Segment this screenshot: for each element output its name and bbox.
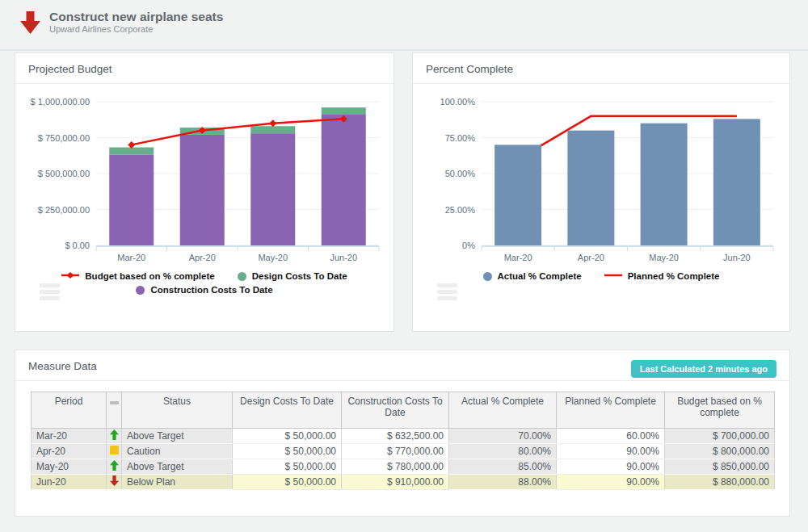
page-subtitle: Upward Airlines Corporate [49, 24, 223, 34]
minus-icon [110, 401, 119, 404]
svg-text:100.00%: 100.00% [440, 97, 476, 107]
cell-construction: $ 910,000.00 [342, 475, 449, 490]
cell-status: Caution [122, 444, 233, 459]
up-arrow-icon [107, 429, 122, 444]
cell-planned: 60.00% [557, 429, 665, 444]
page-title: Construct new airplane seats [49, 9, 223, 24]
projected-budget-legend: Budget based on % completeDesign Costs T… [15, 270, 393, 295]
svg-text:0%: 0% [462, 241, 475, 250]
cell-construction: $ 770,000.00 [342, 444, 449, 459]
legend-item[interactable]: Budget based on % complete [61, 271, 214, 281]
svg-text:25.00%: 25.00% [445, 205, 476, 215]
cell-budget: $ 880,000.00 [665, 475, 775, 490]
svg-text:50.00%: 50.00% [445, 169, 476, 178]
last-calculated-badge: Last Calculated 2 minutes ago [631, 360, 776, 378]
cell-period: Mar-20 [32, 429, 107, 444]
caution-icon [107, 444, 122, 459]
table-row: May-20Above Target$ 50,000.00$ 780,000.0… [32, 459, 775, 475]
cell-actual: 80.00% [449, 444, 557, 459]
svg-text:Jun-20: Jun-20 [723, 253, 751, 262]
legend-item[interactable]: Construction Costs To Date [136, 285, 272, 295]
chart-menu-icon[interactable] [40, 283, 60, 300]
up-arrow-icon [107, 459, 122, 475]
cell-period: Jun-20 [32, 475, 107, 490]
column-header-period[interactable]: Period [32, 392, 107, 429]
cell-actual: 88.00% [449, 475, 557, 490]
chart-menu-icon[interactable] [437, 283, 457, 300]
legend-item[interactable]: Actual % Complete [483, 271, 582, 281]
svg-text:Apr-20: Apr-20 [578, 253, 604, 262]
cell-construction: $ 780,000.00 [342, 459, 449, 475]
cell-status: Above Target [122, 429, 233, 444]
cell-planned: 90.00% [557, 459, 665, 475]
column-header-actual[interactable]: Actual % Complete [449, 392, 557, 429]
percent-complete-legend: Actual % CompletePlanned % Complete [413, 270, 789, 281]
legend-label: Planned % Complete [628, 271, 720, 281]
svg-text:Jun-20: Jun-20 [330, 253, 357, 262]
legend-circle-icon [483, 272, 492, 281]
table-header-row: PeriodStatusDesign Costs To DateConstruc… [32, 392, 775, 429]
svg-text:$ 1,000,000.00: $ 1,000,000.00 [31, 97, 90, 107]
cell-design: $ 50,000.00 [233, 475, 342, 490]
cell-design: $ 50,000.00 [233, 429, 342, 444]
legend-label: Actual % Complete [498, 271, 582, 281]
legend-circle-icon [136, 286, 145, 295]
scorecard-down-arrow-icon [19, 10, 41, 35]
svg-text:75.00%: 75.00% [445, 133, 476, 143]
svg-text:Mar-20: Mar-20 [117, 253, 145, 262]
column-header-design[interactable]: Design Costs To Date [233, 392, 342, 429]
cell-actual: 70.00% [449, 429, 557, 444]
column-header-status_icon[interactable] [107, 392, 122, 429]
projected-budget-panel: Projected Budget $ 0.00$ 250,000.00$ 500… [15, 52, 394, 332]
table-row: Apr-20Caution$ 50,000.00$ 770,000.0080.0… [32, 444, 775, 459]
cell-design: $ 50,000.00 [233, 459, 342, 475]
table-row: Jun-20Below Plan$ 50,000.00$ 910,000.008… [32, 475, 775, 490]
legend-label: Construction Costs To Date [150, 285, 272, 295]
legend-line-icon [604, 271, 622, 281]
svg-text:May-20: May-20 [258, 253, 288, 262]
cell-status: Below Plan [122, 475, 233, 490]
page-header: Construct new airplane seats Upward Airl… [0, 0, 808, 51]
legend-circle-icon [238, 272, 246, 281]
svg-text:Apr-20: Apr-20 [189, 253, 216, 262]
projected-budget-title: Projected Budget [15, 53, 393, 84]
legend-item[interactable]: Planned % Complete [604, 271, 720, 281]
cell-budget: $ 850,000.00 [665, 459, 775, 475]
column-header-construction[interactable]: Construction Costs To Date [342, 392, 449, 429]
cell-planned: 90.00% [557, 475, 665, 490]
svg-text:$ 750,000.00: $ 750,000.00 [38, 133, 90, 143]
legend-line-icon [61, 271, 79, 281]
percent-complete-panel: Percent Complete 0%25.00%50.00%75.00%100… [412, 52, 790, 332]
percent-complete-title: Percent Complete [413, 53, 789, 84]
cell-status: Above Target [122, 459, 233, 475]
projected-budget-chart: $ 0.00$ 250,000.00$ 500,000.00$ 750,000.… [15, 84, 392, 270]
column-header-status[interactable]: Status [122, 392, 233, 429]
legend-item[interactable]: Design Costs To Date [238, 271, 347, 281]
column-header-budget[interactable]: Budget based on % complete [665, 392, 775, 429]
cell-budget: $ 800,000.00 [665, 444, 775, 459]
measure-data-panel: Measure Data Last Calculated 2 minutes a… [15, 350, 790, 517]
cell-period: May-20 [32, 459, 107, 475]
percent-complete-chart: 0%25.00%50.00%75.00%100.00%Mar-20Apr-20M… [413, 84, 788, 270]
measure-data-table: PeriodStatusDesign Costs To DateConstruc… [31, 392, 775, 490]
legend-label: Budget based on % complete [85, 271, 214, 281]
cell-period: Apr-20 [32, 444, 107, 459]
svg-text:$ 500,000.00: $ 500,000.00 [38, 169, 90, 178]
cell-construction: $ 632,500.00 [342, 429, 449, 444]
cell-actual: 85.00% [449, 459, 557, 475]
column-header-planned[interactable]: Planned % Complete [557, 392, 665, 429]
down-arrow-icon [107, 475, 122, 490]
table-row: Mar-20Above Target$ 50,000.00$ 632,500.0… [32, 429, 775, 444]
svg-text:May-20: May-20 [649, 253, 679, 262]
svg-text:Mar-20: Mar-20 [504, 253, 532, 262]
svg-text:$ 250,000.00: $ 250,000.00 [38, 205, 90, 215]
cell-budget: $ 700,000.00 [665, 429, 775, 444]
cell-design: $ 50,000.00 [233, 444, 342, 459]
cell-planned: 90.00% [557, 444, 665, 459]
legend-label: Design Costs To Date [252, 271, 347, 281]
svg-text:$ 0.00: $ 0.00 [65, 241, 90, 250]
